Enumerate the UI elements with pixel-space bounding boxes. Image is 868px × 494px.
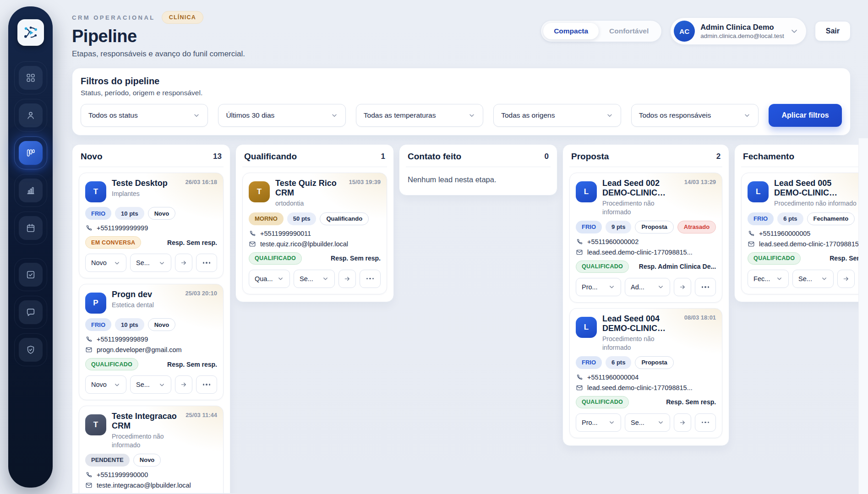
lead-title: Lead Seed 002 DEMO-CLINIC… [602,179,679,198]
user-email: admin.clinica.demo@local.test [700,33,784,39]
lead-card[interactable]: T Teste Integracao CRM Procedimento não … [79,406,224,493]
lead-stage-select[interactable]: Qua... [249,270,290,288]
apply-filters-button[interactable]: Aplicar filtros [769,104,842,127]
filter-select-origin[interactable]: Todas as origens [493,104,621,127]
advance-stage-button[interactable] [674,278,691,296]
lead-card[interactable]: T Teste Quiz Rico CRM ortodontia 15/03 1… [242,173,387,294]
lead-tags: FRIO6 ptsProposta [576,356,716,369]
lead-procedure: Procedimento não informado [602,199,679,216]
crm-eyebrow: CRM OPERACIONAL [72,14,155,21]
tasks-icon[interactable] [19,263,43,287]
board-scroll-gutter[interactable] [858,138,868,494]
lead-owner-select[interactable]: Ad... [625,278,670,296]
lead-date: 15/03 19:39 [349,179,381,208]
calendar-icon[interactable] [19,216,43,240]
mail-icon [576,249,583,256]
lead-stage-select[interactable]: Novo [85,375,126,394]
column-title: Fechamento [743,152,794,162]
lead-email-row: teste.integracao@lpbuilder.local [85,482,217,489]
lead-tag-pts: 9 pts [606,221,631,233]
analytics-icon[interactable] [19,179,43,202]
lead-email: lead.seed.demo-clinic-177098815... [759,240,864,248]
lead-title: Lead Seed 004 DEMO-CLINIC… [602,314,679,333]
pipeline-icon[interactable] [19,141,43,165]
column-title: Qualificando [244,152,297,162]
filter-select-value: Todos os responsáveis [639,111,711,119]
more-actions-button[interactable] [196,254,217,272]
lead-date: 14/03 13:29 [684,179,716,216]
dashboard-icon[interactable] [19,66,43,90]
lead-responsible: Resp. Sem resp. [167,361,217,368]
lead-stage-select[interactable]: Pro... [576,413,621,432]
lead-procedure: Procedimento não informado [774,199,859,207]
lead-card[interactable]: L Lead Seed 002 DEMO-CLINIC… Procediment… [569,173,722,303]
more-actions-button[interactable] [196,375,217,394]
lead-tags: FRIO6 ptsFechamento [748,212,868,225]
lead-procedure: Estetica dental [112,301,180,309]
app-logo-icon [17,19,44,46]
lead-stage-select[interactable]: Pro... [576,278,621,296]
lead-tag-frio: FRIO [576,356,602,369]
lead-responsible: Resp. Sem resp. [331,255,381,262]
logout-button[interactable]: Sair [815,21,851,41]
lead-date: 08/03 18:01 [684,314,716,352]
chevron-down-icon [158,381,165,388]
lead-tag-frio: FRIO [85,207,111,220]
chat-icon[interactable] [19,300,43,324]
filter-select-temperature[interactable]: Todas as temperaturas [356,104,483,127]
security-icon[interactable] [19,338,43,362]
user-menu[interactable]: AC Admin Clinica Demo admin.clinica.demo… [670,17,807,45]
lead-stage-select[interactable]: Fec... [748,270,789,288]
lead-tag-warm: MORNO [249,212,284,225]
lead-date: 26/03 16:18 [186,179,217,202]
ellipsis-icon [366,278,374,280]
filter-select-period[interactable]: Últimos 30 dias [218,104,345,127]
lead-tags: FRIO9 ptsPropostaAtrasado [576,221,716,233]
empty-column-message: Nenhum lead nesta etapa. [406,173,551,189]
mail-icon [85,346,93,353]
advance-stage-button[interactable] [175,375,192,394]
lead-owner-select[interactable]: Se... [625,413,670,432]
users-icon[interactable] [19,103,43,127]
lead-procedure: Procedimento não informado [602,335,679,351]
more-actions-button[interactable] [360,270,381,288]
lead-card[interactable]: L Lead Seed 005 DEMO-CLINIC… Procediment… [741,173,868,294]
advance-stage-button[interactable] [674,413,691,432]
density-option-compact[interactable]: Compacta [543,23,599,39]
more-actions-button[interactable] [695,413,716,432]
lead-owner-select[interactable]: Se... [130,254,171,272]
chevron-down-icon [657,419,664,426]
lead-owner-select[interactable]: Se... [792,270,834,288]
column-title: Novo [81,152,103,162]
lead-stage-select[interactable]: Novo [85,254,126,272]
lead-phone: +5511999999999 [97,224,148,232]
lead-tag-stage: Novo [148,318,176,331]
more-actions-button[interactable] [695,278,716,296]
pipeline-column-proposta: Proposta 2 L Lead Seed 002 DEMO-CLINIC… … [562,144,729,446]
lead-card[interactable]: P Progn dev Estetica dental 25/03 20:10 … [79,284,224,400]
filter-select-status[interactable]: Todos os status [81,104,208,127]
lead-phone: +5511960000004 [587,374,639,381]
advance-stage-button[interactable] [837,270,855,288]
avatar: AC [674,21,695,42]
nav-item-pipeline [14,136,47,169]
density-option-comfortable[interactable]: Confortável [599,23,659,39]
lead-card[interactable]: T Teste Desktop Implantes 26/03 16:18 FR… [79,173,224,278]
lead-phone: +5511960000002 [587,238,639,245]
lead-phone-row: +5511999999999 [85,224,217,232]
filter-select-owner[interactable]: Todos os responsáveis [631,104,759,127]
lead-procedure: Implantes [112,190,180,198]
filter-select-value: Todos os status [88,111,138,119]
chevron-down-icon [657,283,664,290]
advance-stage-button[interactable] [175,254,192,272]
lead-tag-frio: FRIO [748,212,774,225]
lead-owner-select[interactable]: Se... [130,375,171,394]
lead-owner-select[interactable]: Se... [294,270,335,288]
lead-email: teste.integracao@lpbuilder.local [97,482,191,489]
nav-item-chat [14,296,47,329]
lead-card[interactable]: L Lead Seed 004 DEMO-CLINIC… Procediment… [569,308,722,438]
advance-stage-button[interactable] [338,270,356,288]
lead-tag-stage: Qualificando [320,212,369,225]
lead-tag-stage: Novo [133,454,161,467]
lead-tag-pts: 6 pts [777,212,803,225]
